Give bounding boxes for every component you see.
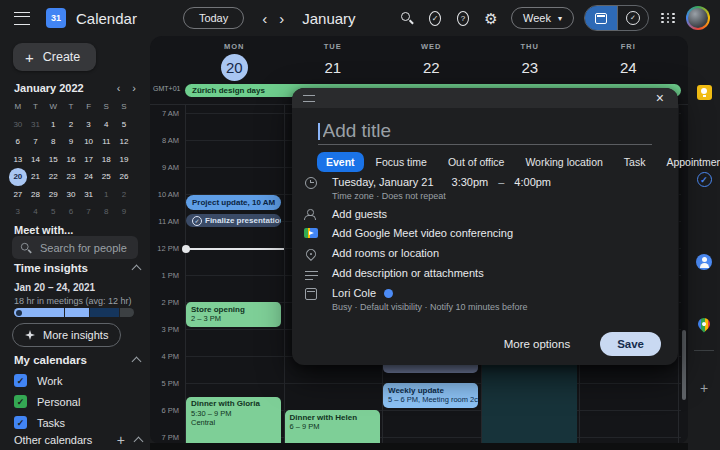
settings-button[interactable]: ⚙ [479,6,503,30]
mini-calendar-day[interactable]: 9 [115,203,133,221]
today-button[interactable]: Today [183,7,244,29]
mini-calendar-day[interactable]: 19 [115,151,133,169]
chevron-up-icon[interactable] [132,265,142,275]
event-time-row[interactable]: Tuesday, January 21 3:30pm – 4:00pm Time… [303,176,662,201]
day-header[interactable]: MON20 [185,42,284,81]
calendar-owner-row[interactable]: Lori Cole Busy · Default visibility · No… [303,287,662,312]
add-location-label[interactable]: Add rooms or location [332,247,439,259]
mini-calendar-day[interactable]: 17 [80,151,98,169]
mini-calendar-day[interactable]: 22 [44,168,62,186]
add-description-label[interactable]: Add description or attachments [332,267,484,279]
day-date[interactable]: 22 [418,54,445,81]
mini-calendar-day[interactable]: 13 [9,151,27,169]
other-calendars-header[interactable]: Other calendars + [14,432,142,448]
next-period-button[interactable]: › [275,11,288,26]
mini-calendar-day[interactable]: 23 [62,168,80,186]
tab-event[interactable]: Event [317,152,364,172]
mini-calendar-day[interactable]: 3 [9,203,27,221]
visibility-notification-sub[interactable]: Busy · Default visibility · Notify 10 mi… [332,302,528,312]
mini-calendar-day[interactable]: 20 [9,168,27,186]
view-selector[interactable]: Week ▾ [511,7,574,29]
day-date[interactable]: 21 [319,54,346,81]
maps-button[interactable] [688,318,720,330]
event-chip[interactable]: Project update, 10 AM [186,195,281,209]
mini-calendar-day[interactable]: 12 [115,133,133,151]
mini-calendar-day[interactable]: 10 [80,133,98,151]
search-for-people-input[interactable]: Search for people [12,236,138,259]
previous-period-button[interactable]: ‹ [258,11,271,26]
day-date[interactable]: 24 [615,54,642,81]
event-chip[interactable]: Store opening2 – 3 PM [186,302,281,327]
checkbox-icon[interactable]: ✓ [14,395,27,408]
mini-calendar-day[interactable]: 21 [27,168,45,186]
event-start-time[interactable]: 3:30pm [452,176,489,188]
dialog-drag-bar[interactable]: × [292,88,678,108]
add-guests-row[interactable]: Add guests [303,208,662,220]
tasks-button[interactable]: ✓ [688,172,720,187]
day-header[interactable]: WED22 [382,42,481,81]
my-calendars-header[interactable]: My calendars [14,354,140,366]
event-chip[interactable]: Dinner with Helen6 – 9 PM [285,410,380,443]
add-meet-row[interactable]: Add Google Meet video conferencing [303,227,662,239]
mini-calendar-day[interactable]: 25 [97,168,115,186]
mini-calendar-day[interactable]: 16 [62,151,80,169]
chevron-up-icon[interactable] [132,357,142,367]
offline-status-button[interactable]: ✓ [423,6,447,30]
mini-calendar-day[interactable]: 9 [62,133,80,151]
mini-calendar-day[interactable]: 7 [80,203,98,221]
tab-out-of-office[interactable]: Out of office [439,152,513,172]
mini-calendar-day[interactable]: 28 [27,186,45,204]
mini-calendar-day[interactable]: 2 [115,186,133,204]
day-header[interactable]: THU23 [481,42,580,81]
mini-calendar-day[interactable]: 29 [44,186,62,204]
add-description-row[interactable]: Add description or attachments [303,267,662,279]
main-menu-icon[interactable] [14,12,30,25]
event-title-input[interactable] [321,119,653,143]
mini-calendar-day[interactable]: 4 [97,116,115,134]
calendar-list-item[interactable]: ✓Tasks [0,412,150,433]
mini-calendar-day[interactable]: 5 [44,203,62,221]
day-header[interactable]: FRI24 [579,42,678,81]
mini-calendar-day[interactable]: 24 [80,168,98,186]
close-dialog-button[interactable]: × [650,89,670,107]
google-apps-button[interactable] [661,13,676,24]
day-date[interactable]: 20 [221,54,248,81]
event-chip[interactable]: ✓Finalize presentation, 10: [186,214,281,227]
drag-handle-icon[interactable] [303,95,315,102]
mini-calendar-day[interactable]: 6 [62,203,80,221]
help-button[interactable]: ? [451,6,475,30]
save-button[interactable]: Save [600,332,661,356]
mini-calendar-day[interactable]: 14 [27,151,45,169]
timezone-repeat-sub[interactable]: Time zone · Does not repeat [332,191,551,201]
get-add-ons-button[interactable]: + [688,380,720,396]
more-options-button[interactable]: More options [498,337,576,351]
checkbox-icon[interactable]: ✓ [14,374,27,387]
calendar-list-item[interactable]: ✓Personal [0,391,150,412]
event-chip[interactable]: Weekly update5 – 6 PM, Meeting room 2c [383,383,478,408]
search-button[interactable] [395,6,419,30]
more-insights-button[interactable]: More insights [12,323,121,347]
day-header[interactable]: TUE21 [284,42,383,81]
mini-calendar-day[interactable]: 6 [9,133,27,151]
mini-calendar-day[interactable]: 30 [9,116,27,134]
mini-calendar-day[interactable]: 26 [115,168,133,186]
mini-calendar-day[interactable]: 7 [27,133,45,151]
mini-calendar-day[interactable]: 5 [115,116,133,134]
tab-task[interactable]: Task [615,152,655,172]
mini-calendar-day[interactable]: 3 [80,116,98,134]
event-chip[interactable]: Dinner with Gloria5:30 – 9 PMCentral [186,397,281,444]
mini-calendar-day[interactable]: 11 [97,133,115,151]
mini-calendar-day[interactable]: 1 [97,186,115,204]
mini-calendar-day[interactable]: 4 [27,203,45,221]
tab-focus-time[interactable]: Focus time [367,152,436,172]
mini-calendar-next-button[interactable]: › [126,82,142,94]
mini-calendar-day[interactable]: 8 [97,203,115,221]
add-location-row[interactable]: Add rooms or location [303,247,662,259]
mini-calendar-day[interactable]: 18 [97,151,115,169]
mini-calendar-day[interactable]: 8 [44,133,62,151]
event-end-time[interactable]: 4:00pm [514,176,551,188]
tab-working-location[interactable]: Working location [516,152,611,172]
mini-calendar-prev-button[interactable]: ‹ [111,82,127,94]
chevron-up-icon[interactable] [134,437,144,447]
add-other-calendars-button[interactable]: + [107,432,135,448]
